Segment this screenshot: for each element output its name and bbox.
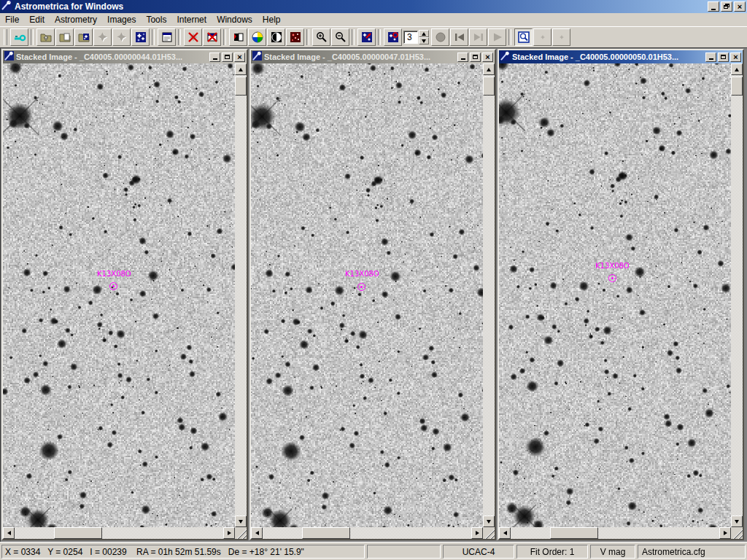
scroll-left-button[interactable]: [499, 527, 511, 539]
report-button[interactable]: [158, 28, 176, 46]
star-field-canvas[interactable]: [499, 63, 731, 527]
scroll-up-button[interactable]: [731, 63, 743, 75]
aux-tool-1-button[interactable]: [533, 28, 551, 46]
scroll-right-button[interactable]: [223, 527, 235, 539]
background-flatten-button[interactable]: [229, 28, 247, 46]
vertical-scrollbar[interactable]: [731, 63, 743, 527]
vertical-scroll-thumb[interactable]: [483, 77, 495, 96]
close-images-button[interactable]: [203, 28, 221, 46]
star-field-button[interactable]: [286, 28, 304, 46]
arrow-down-icon: [239, 520, 243, 524]
object-verification-button[interactable]: [112, 28, 131, 46]
toolbar-separator: [152, 29, 155, 45]
app-titlebar: Astrometrica for Windows ×: [0, 0, 747, 13]
toolbar-separator: [508, 29, 511, 45]
invert-display-button[interactable]: [267, 28, 285, 46]
zoom-out-button[interactable]: [331, 28, 349, 46]
star-field-canvas[interactable]: [3, 63, 235, 527]
restore-button[interactable]: [721, 1, 732, 12]
arrow-up-icon: [239, 68, 243, 71]
child-titlebar[interactable]: Stacked Image - _C40005.00000044.01H53..…: [3, 50, 247, 63]
aux-tool-2-button[interactable]: [552, 28, 570, 46]
delete-observation-button[interactable]: [184, 28, 202, 46]
vertical-scrollbar[interactable]: [235, 63, 247, 527]
next-frame-button[interactable]: [469, 28, 487, 46]
star-field-canvas[interactable]: [251, 63, 483, 527]
child-minimize-button[interactable]: [705, 52, 716, 62]
scroll-right-button[interactable]: [471, 527, 483, 539]
scroll-down-button[interactable]: [235, 516, 247, 527]
child-maximize-button[interactable]: [222, 52, 233, 62]
horizontal-scroll-thumb[interactable]: [302, 527, 350, 539]
star-field-image[interactable]: K13X08O: [251, 63, 483, 527]
child-close-button[interactable]: ×: [730, 52, 741, 62]
color-settings-button[interactable]: [248, 28, 266, 46]
arrow-left-icon: [7, 531, 11, 535]
known-object-overlay-button[interactable]: [131, 28, 150, 46]
open-images-button[interactable]: [55, 28, 74, 46]
child-titlebar[interactable]: Stacked Image - _C40005.00000050.01H53..…: [499, 50, 743, 63]
horizontal-scrollbar[interactable]: [3, 527, 235, 539]
star-chart-button[interactable]: [357, 28, 376, 46]
arrow-down-icon: [735, 520, 739, 524]
toolbar-separator: [223, 29, 226, 45]
child-close-button[interactable]: ×: [482, 52, 493, 62]
menu-item-edit[interactable]: Edit: [24, 14, 50, 26]
play-blink-button[interactable]: [488, 28, 506, 46]
menu-item-help[interactable]: Help: [258, 14, 286, 26]
star-match-button[interactable]: [93, 28, 112, 46]
spinner-up-button[interactable]: [419, 30, 429, 37]
load-images-button[interactable]: [36, 28, 55, 46]
horizontal-scroll-thumb[interactable]: [550, 527, 598, 539]
scroll-up-button[interactable]: [483, 63, 495, 75]
x-star-icon: [187, 31, 200, 44]
blink-setup-button[interactable]: [384, 28, 402, 46]
vertical-scroll-thumb[interactable]: [235, 77, 247, 96]
zoom-in-button[interactable]: [312, 28, 330, 46]
resize-grip[interactable]: [235, 527, 247, 539]
star-field-image[interactable]: K13X08O: [499, 63, 731, 527]
scroll-down-button[interactable]: [483, 516, 495, 527]
scroll-left-button[interactable]: [251, 527, 263, 539]
load-stacked-images-button[interactable]: [74, 28, 93, 46]
child-minimize-button[interactable]: [209, 52, 220, 62]
menu-item-tools[interactable]: Tools: [141, 14, 171, 26]
minimize-button[interactable]: [708, 1, 719, 12]
menu-item-images[interactable]: Images: [102, 14, 141, 26]
arrow-up-icon: [735, 68, 739, 71]
program-settings-button[interactable]: [10, 28, 28, 46]
record-button[interactable]: [431, 28, 449, 46]
child-minimize-button[interactable]: [457, 52, 468, 62]
previous-frame-button[interactable]: [450, 28, 468, 46]
arrow-right-icon: [724, 531, 727, 535]
play-icon: [491, 31, 504, 44]
child-close-button[interactable]: ×: [234, 52, 245, 62]
resize-grip[interactable]: [483, 527, 495, 539]
toolbar-separator: [378, 29, 381, 45]
horizontal-scrollbar[interactable]: [499, 527, 731, 539]
horizontal-scroll-thumb[interactable]: [54, 527, 102, 539]
menu-item-windows[interactable]: Windows: [212, 14, 258, 26]
child-titlebar[interactable]: Stacked Image - _C40005.00000047.01H53..…: [251, 50, 495, 63]
vertical-scroll-thumb[interactable]: [731, 77, 743, 96]
magnify-area-button[interactable]: [514, 28, 533, 46]
menu-item-astrometry[interactable]: Astrometry: [50, 14, 102, 26]
vertical-scrollbar[interactable]: [483, 63, 495, 527]
scroll-right-button[interactable]: [719, 527, 731, 539]
star-field-image[interactable]: K13X08O: [3, 63, 235, 527]
menu-item-internet[interactable]: Internet: [171, 14, 212, 26]
starfield-red-icon: [289, 31, 302, 44]
menu-item-file[interactable]: File: [0, 14, 24, 26]
scroll-down-button[interactable]: [731, 516, 743, 527]
blink-frame-count-field[interactable]: 3: [403, 31, 418, 44]
zoom-in-icon: [315, 31, 328, 44]
spinner-down-button[interactable]: [419, 37, 429, 44]
resize-grip[interactable]: [731, 527, 743, 539]
horizontal-scrollbar[interactable]: [251, 527, 483, 539]
close-button[interactable]: ×: [734, 1, 746, 12]
toolbar: 3: [0, 26, 747, 47]
scroll-up-button[interactable]: [235, 63, 247, 75]
scroll-left-button[interactable]: [3, 527, 15, 539]
child-maximize-button[interactable]: [470, 52, 481, 62]
child-maximize-button[interactable]: [718, 52, 729, 62]
